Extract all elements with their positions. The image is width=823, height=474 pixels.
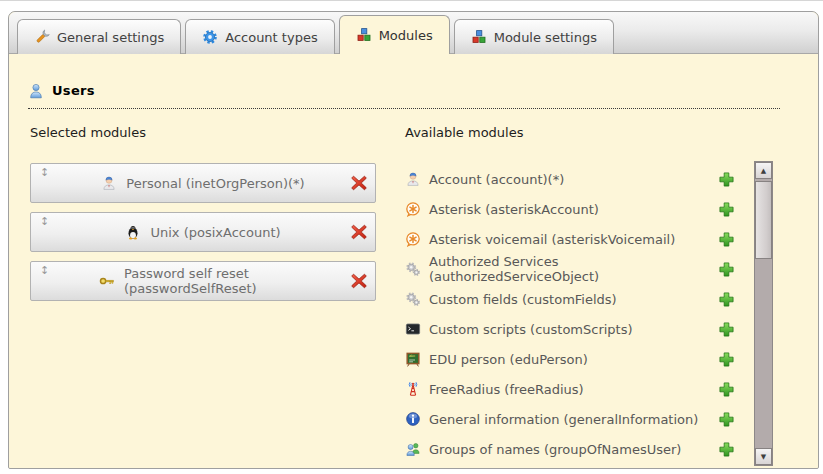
- add-icon: [718, 231, 735, 248]
- tab-bar: General settings Account types Modules M…: [9, 12, 818, 54]
- available-module-row: Groups of names (groupOfNamesUser): [405, 434, 735, 464]
- add-module-button[interactable]: [718, 351, 735, 368]
- available-module-row: Asterisk voicemail (asteriskVoicemail): [405, 224, 735, 254]
- asterisk-icon: [405, 201, 421, 217]
- remove-module-button[interactable]: [350, 223, 368, 241]
- add-module-button[interactable]: [718, 261, 735, 278]
- selected-module-row[interactable]: ↕ Password self reset (passwordSelfReset…: [30, 261, 376, 301]
- add-module-button[interactable]: [718, 381, 735, 398]
- info-icon: [405, 411, 421, 427]
- scroll-up-button[interactable]: ▲: [755, 162, 772, 179]
- drag-handle-icon[interactable]: ↕: [40, 167, 49, 179]
- section-title: Users: [52, 83, 95, 98]
- modules-icon: [471, 29, 487, 45]
- module-label: Authorized Services (authorizedServiceOb…: [429, 254, 710, 284]
- add-icon: [718, 321, 735, 338]
- down-arrow-icon: ▼: [761, 453, 766, 461]
- modules-panel: Users Selected modules ↕ Personal (inetO…: [9, 54, 818, 468]
- available-module-row: Asterisk (asteriskAccount): [405, 194, 735, 224]
- radio-icon: [405, 381, 421, 397]
- available-modules-column: Available modules Account (account)(*) A…: [405, 125, 735, 464]
- selected-modules-list: ↕ Personal (inetOrgPerson)(*) ↕ Unix (po…: [30, 163, 378, 301]
- module-label: Groups of names (groupOfNamesUser): [429, 442, 681, 457]
- users-section-heading: Users: [28, 83, 780, 109]
- person-icon: [405, 171, 421, 187]
- delete-icon: [350, 272, 368, 290]
- add-module-button[interactable]: [718, 441, 735, 458]
- add-module-button[interactable]: [718, 171, 735, 188]
- available-module-row: EDU person (eduPerson): [405, 344, 735, 374]
- add-icon: [718, 291, 735, 308]
- add-icon: [718, 351, 735, 368]
- modules-icon: [356, 27, 372, 43]
- gears-icon: [405, 291, 421, 307]
- terminal-icon: [405, 321, 421, 337]
- available-modules-label: Available modules: [405, 125, 735, 141]
- add-module-button[interactable]: [718, 231, 735, 248]
- tab-modules[interactable]: Modules: [339, 15, 450, 54]
- add-icon: [718, 411, 735, 428]
- tab-label: Modules: [379, 28, 433, 43]
- add-module-button[interactable]: [718, 411, 735, 428]
- drag-handle-icon[interactable]: ↕: [40, 216, 49, 228]
- drag-handle-icon[interactable]: ↕: [40, 265, 49, 277]
- selected-modules-label: Selected modules: [30, 125, 378, 141]
- module-label: Custom scripts (customScripts): [429, 322, 633, 337]
- available-module-row: FreeRadius (freeRadius): [405, 374, 735, 404]
- key-icon: [99, 273, 115, 289]
- available-module-row: Account (account)(*): [405, 164, 735, 194]
- group-icon: [405, 441, 421, 457]
- settings-window: General settings Account types Modules M…: [8, 11, 819, 469]
- gears-icon: [405, 261, 421, 277]
- module-label: Custom fields (customFields): [429, 292, 617, 307]
- module-label: FreeRadius (freeRadius): [429, 382, 584, 397]
- add-icon: [718, 441, 735, 458]
- module-label: Asterisk voicemail (asteriskVoicemail): [429, 232, 675, 247]
- selected-module-row[interactable]: ↕ Personal (inetOrgPerson)(*): [30, 163, 376, 203]
- tab-general-settings[interactable]: General settings: [17, 19, 181, 54]
- add-module-button[interactable]: [718, 201, 735, 218]
- selected-modules-column: Selected modules ↕ Personal (inetOrgPers…: [30, 125, 378, 310]
- tab-module-settings[interactable]: Module settings: [454, 19, 614, 54]
- board-icon: [405, 351, 421, 367]
- available-module-row: Authorized Services (authorizedServiceOb…: [405, 254, 735, 284]
- tab-label: General settings: [57, 30, 164, 45]
- add-module-button[interactable]: [718, 291, 735, 308]
- tux-icon: [125, 224, 141, 240]
- available-module-row: General information (generalInformation): [405, 404, 735, 434]
- delete-icon: [350, 174, 368, 192]
- remove-module-button[interactable]: [350, 272, 368, 290]
- tab-account-types[interactable]: Account types: [185, 19, 334, 54]
- add-icon: [718, 201, 735, 218]
- up-arrow-icon: ▲: [761, 167, 766, 175]
- available-module-row: Custom fields (customFields): [405, 284, 735, 314]
- person-icon: [101, 175, 117, 191]
- asterisk-icon: [405, 231, 421, 247]
- tab-label: Account types: [225, 30, 317, 45]
- module-label: Unix (posixAccount): [150, 225, 280, 240]
- add-icon: [718, 261, 735, 278]
- remove-module-button[interactable]: [350, 174, 368, 192]
- available-scrollbar[interactable]: ▲ ▼: [754, 161, 773, 466]
- module-label: Asterisk (asteriskAccount): [429, 202, 599, 217]
- module-label: General information (generalInformation): [429, 412, 698, 427]
- add-icon: [718, 381, 735, 398]
- add-module-button[interactable]: [718, 321, 735, 338]
- tab-label: Module settings: [494, 30, 597, 45]
- scroll-thumb[interactable]: [755, 181, 772, 259]
- gear-icon: [202, 29, 218, 45]
- add-icon: [718, 171, 735, 188]
- selected-module-row[interactable]: ↕ Unix (posixAccount): [30, 212, 376, 252]
- scroll-down-button[interactable]: ▼: [755, 448, 772, 465]
- available-modules-list: Account (account)(*) Asterisk (asteriskA…: [405, 164, 735, 464]
- module-label: EDU person (eduPerson): [429, 352, 588, 367]
- delete-icon: [350, 223, 368, 241]
- module-label: Account (account)(*): [429, 172, 564, 187]
- user-icon: [28, 83, 44, 99]
- module-label: Password self reset (passwordSelfReset): [124, 266, 375, 296]
- wrench-icon: [34, 29, 50, 45]
- available-module-row: Custom scripts (customScripts): [405, 314, 735, 344]
- module-label: Personal (inetOrgPerson)(*): [126, 176, 304, 191]
